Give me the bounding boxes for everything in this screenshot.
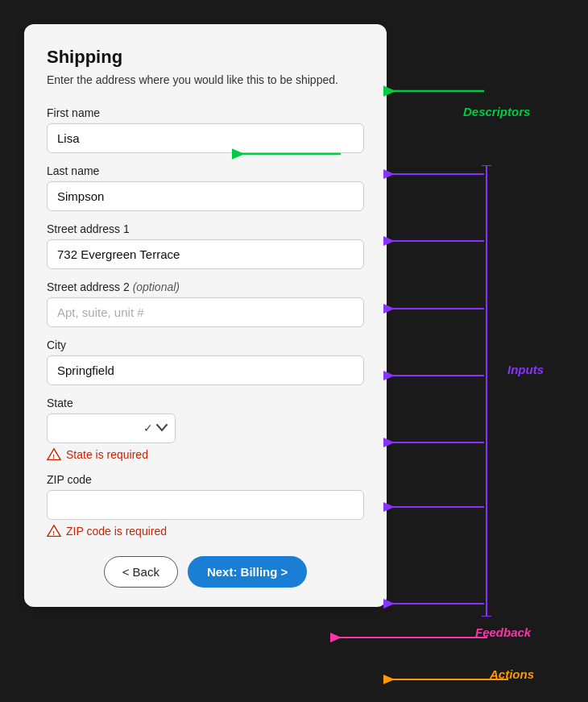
warning-icon: ! (47, 447, 61, 462)
first-name-field-group: First name (47, 106, 364, 153)
last-name-field-group: Last name (47, 164, 364, 211)
purple-arrow-3 (383, 300, 496, 318)
purple-arrow-6 (383, 498, 496, 516)
state-error: ! State is required (47, 447, 364, 462)
actions-annotation: Actions (490, 667, 534, 681)
street2-input[interactable] (47, 297, 364, 327)
feedback-annotation: Feedback (475, 625, 531, 639)
street1-field-group: Street address 1 (47, 222, 364, 269)
pink-feedback-arrow (330, 629, 491, 646)
zip-input[interactable] (47, 490, 364, 520)
svg-text:!: ! (52, 530, 55, 537)
state-select[interactable]: Alabama Alaska Arizona Arkansas Californ… (47, 413, 176, 443)
city-label: City (47, 339, 364, 351)
zip-error: ! ZIP code is required (47, 524, 364, 538)
state-select-wrapper: Alabama Alaska Arizona Arkansas Californ… (47, 413, 176, 443)
page-subtitle: Enter the address where you would like t… (47, 73, 364, 89)
purple-arrow-1 (383, 165, 496, 183)
last-name-input[interactable] (47, 181, 364, 211)
warning-icon-zip: ! (47, 524, 61, 538)
street1-label: Street address 1 (47, 222, 364, 235)
descriptors-annotation: Descriptors (463, 105, 530, 118)
state-label: State (47, 397, 364, 409)
inputs-annotation: Inputs (507, 363, 544, 376)
page-title: Shipping (47, 47, 364, 68)
form-card: Shipping Enter the address where you wou… (24, 24, 387, 607)
state-field-group: State Alabama Alaska Arizona Arkansas Ca… (47, 397, 364, 462)
last-name-label: Last name (47, 164, 364, 177)
purple-arrow-2 (383, 232, 496, 250)
back-button[interactable]: < Back (104, 556, 178, 588)
zip-field-group: ZIP code ! ZIP code is required (47, 473, 364, 538)
form-actions: < Back Next: Billing > (47, 556, 364, 588)
city-field-group: City (47, 339, 364, 385)
purple-arrow-7 (383, 595, 496, 613)
city-input[interactable] (47, 355, 364, 385)
next-button[interactable]: Next: Billing > (188, 556, 307, 588)
street1-input[interactable] (47, 239, 364, 269)
purple-bracket (482, 165, 491, 617)
zip-label: ZIP code (47, 473, 364, 486)
svg-text:!: ! (52, 453, 55, 460)
street2-label: Street address 2 (optional) (47, 280, 364, 293)
first-name-label: First name (47, 106, 364, 119)
green-arrow-top (383, 82, 488, 100)
purple-arrow-5 (383, 434, 496, 451)
street2-field-group: Street address 2 (optional) (47, 280, 364, 327)
first-name-input[interactable] (47, 123, 364, 153)
purple-arrow-4 (383, 367, 496, 384)
page-wrapper: Shipping Enter the address where you wou… (16, 16, 572, 702)
